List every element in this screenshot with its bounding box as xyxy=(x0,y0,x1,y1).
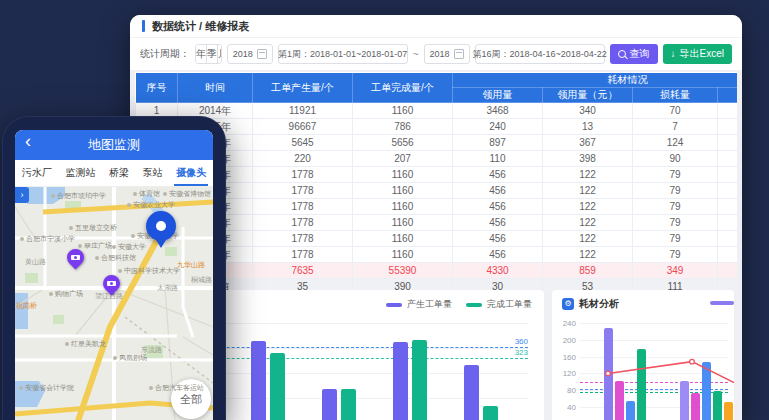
poi-dot-icon xyxy=(113,356,117,360)
table-group-header: 耗材情况 xyxy=(453,73,738,88)
phone-screen: ‹ 地图监测 污水厂监测站桥梁泵站摄像头 xyxy=(15,130,213,420)
screen: 数据统计 / 维修报表 统计周期： 年季月周日 2018 第1周：2018-01… xyxy=(0,0,769,420)
map-label: 黄山路 xyxy=(25,257,46,267)
map-label: 红星美凯龙 xyxy=(65,339,106,349)
end-year-select[interactable]: 2018 xyxy=(424,44,470,64)
start-week-value: 第1周：2018-01-01~2018-01-07 xyxy=(278,48,407,61)
table-cell: 349 xyxy=(633,263,718,279)
table-sub-header: 领用量（元） xyxy=(543,88,633,103)
table-sub-header: 领用量 xyxy=(453,88,543,103)
bar[interactable] xyxy=(251,341,266,420)
map-label: 五里墩立交桥 xyxy=(69,223,117,233)
end-week-value: 第16周：2018-04-16~2018-04-22 xyxy=(472,48,606,61)
end-week-select[interactable]: 第16周：2018-04-16~2018-04-22 xyxy=(475,44,605,64)
legend-item-完成工单量[interactable]: 完成工单量 xyxy=(466,298,532,311)
bar-group xyxy=(393,340,427,420)
reference-line-label: 323 xyxy=(515,348,528,357)
bar-group xyxy=(464,365,498,420)
map-label: 九华山路 xyxy=(177,260,205,270)
map-view[interactable]: › 全部 合肥市琥珀中学体育馆安徽农业大学安徽省博物馆五里墩立交桥安徽医科大学合… xyxy=(15,187,213,420)
start-year-value: 2018 xyxy=(233,49,253,59)
table-cell: 1160 xyxy=(353,215,453,231)
bar[interactable] xyxy=(322,389,337,420)
start-week-select[interactable]: 第1周：2018-01-01~2018-01-07 xyxy=(278,44,408,64)
filter-bar: 统计周期： 年季月周日 2018 第1周：2018-01-01~2018-01-… xyxy=(130,38,742,70)
range-separator: ~ xyxy=(413,49,419,60)
table-header: 序号 xyxy=(136,73,178,103)
table-cell: 79 xyxy=(633,183,718,199)
query-button[interactable]: 查询 xyxy=(610,44,658,64)
table-cell: 79 xyxy=(633,231,718,247)
table-cell: 79 xyxy=(633,247,718,263)
table-cell: 897 xyxy=(453,135,543,151)
map-label: 合肥汽车客运站 xyxy=(149,383,204,393)
table-cell: 122 xyxy=(543,231,633,247)
consumables-chart-card: ⚙ 耗材分析 2402001601208040 xyxy=(552,290,734,420)
bar[interactable] xyxy=(483,406,498,420)
bar[interactable] xyxy=(412,340,427,420)
bar[interactable] xyxy=(270,353,285,420)
table-cell: 129 xyxy=(718,135,738,151)
legend-item-产生工单量[interactable]: 产生工单量 xyxy=(386,298,452,311)
table-cell: 90 xyxy=(633,151,718,167)
map-label: 合肥市琥珀中学 xyxy=(51,191,106,201)
phone-tab-污水厂[interactable]: 污水厂 xyxy=(22,160,52,186)
map-label: 安徽省博物馆 xyxy=(163,189,211,199)
legend-label: 完成工单量 xyxy=(487,298,532,311)
export-button-label: 导出Excel xyxy=(680,47,724,61)
table-cell: 67 xyxy=(718,199,738,215)
table-cell: 122 xyxy=(543,183,633,199)
poi-dot-icon xyxy=(133,192,137,196)
table-cell: 1160 xyxy=(353,247,453,263)
phone-tab-桥梁[interactable]: 桥梁 xyxy=(109,160,129,186)
table-cell: 122 xyxy=(543,247,633,263)
camera-glyph xyxy=(107,281,116,286)
table-cell: 122 xyxy=(543,167,633,183)
legend-swatch xyxy=(466,303,482,307)
table-cell: 786 xyxy=(353,119,453,135)
table-cell: 1778 xyxy=(253,199,353,215)
start-year-select[interactable]: 2018 xyxy=(227,44,273,64)
table-cell: 7 xyxy=(633,119,718,135)
phone-tab-bar: 污水厂监测站桥梁泵站摄像头 xyxy=(15,160,213,187)
phone-header: ‹ 地图监测 xyxy=(15,130,213,160)
table-cell: 250 xyxy=(718,103,738,119)
table-cell: 67 xyxy=(718,183,738,199)
table-cell: 55390 xyxy=(353,263,453,279)
poi-dot-icon xyxy=(112,245,116,249)
table-cell: 4330 xyxy=(453,263,543,279)
table-cell: 456 xyxy=(453,247,543,263)
breadcrumb[interactable]: 数据统计 / 维修报表 xyxy=(152,19,249,34)
bar[interactable] xyxy=(464,365,479,420)
phone-tab-摄像头[interactable]: 摄像头 xyxy=(176,160,206,186)
table-cell: 11921 xyxy=(253,103,353,119)
table-sub-header: 金额 xyxy=(718,88,738,103)
poi-dot-icon xyxy=(49,292,53,296)
bar[interactable] xyxy=(341,389,356,420)
table-cell: 220 xyxy=(253,151,353,167)
bar[interactable] xyxy=(393,342,408,420)
chart-legend: 产生工单量完成工单量 xyxy=(386,298,532,311)
table-cell: 110 xyxy=(453,151,543,167)
legend-swatch xyxy=(386,303,402,307)
poi-dot-icon xyxy=(163,192,167,196)
period-option-年[interactable]: 年 xyxy=(196,45,207,63)
table-cell: 5645 xyxy=(253,135,353,151)
table-cell: 456 xyxy=(453,183,543,199)
back-icon[interactable]: ‹ xyxy=(25,131,31,152)
table-cell: 67 xyxy=(718,247,738,263)
selected-location-pin[interactable] xyxy=(146,211,176,241)
table-cell: 1160 xyxy=(353,199,453,215)
period-option-季[interactable]: 季 xyxy=(207,45,218,63)
table-cell: 690 xyxy=(718,119,738,135)
phone-tab-监测站[interactable]: 监测站 xyxy=(65,160,95,186)
phone-tab-泵站[interactable]: 泵站 xyxy=(143,160,163,186)
table-cell: 456 xyxy=(453,167,543,183)
table-cell: 1778 xyxy=(253,167,353,183)
expand-icon[interactable]: › xyxy=(15,187,29,203)
export-excel-button[interactable]: ↓ 导出Excel xyxy=(663,44,732,64)
phone-mockup: ‹ 地图监测 污水厂监测站桥梁泵站摄像头 xyxy=(2,116,226,420)
table-row: 22015年96667786240137690 xyxy=(136,119,738,135)
table-cell: 456 xyxy=(453,215,543,231)
period-option-月[interactable]: 月 xyxy=(218,45,222,63)
